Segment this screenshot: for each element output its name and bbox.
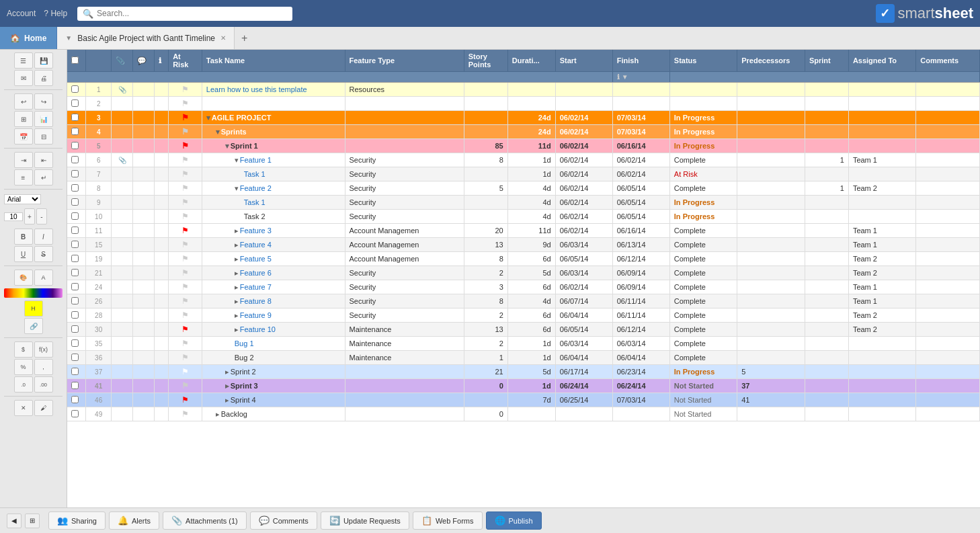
font-size-up-btn[interactable]: + — [24, 208, 35, 224]
task-link[interactable]: Feature 7 — [240, 283, 272, 291]
task-name-cell[interactable]: ▾Sprints — [202, 125, 345, 139]
task-name-cell[interactable]: Task 1 — [202, 167, 345, 181]
email-btn[interactable]: ✉ — [14, 70, 33, 86]
task-name-cell[interactable]: ▸Feature 8 — [202, 294, 345, 309]
task-name-cell[interactable]: ▸Feature 9 — [202, 309, 345, 323]
collapse-icon[interactable]: ▾ — [216, 128, 220, 136]
row-checkbox[interactable] — [67, 196, 86, 210]
outdent-btn[interactable]: ⇤ — [34, 152, 53, 168]
flag-cell[interactable]: ⚑ — [169, 139, 202, 153]
dropdown-icon[interactable]: ▼ — [622, 73, 628, 81]
format-brush-btn[interactable]: 🖌 — [34, 400, 53, 416]
task-link[interactable]: Feature 6 — [240, 269, 272, 277]
row-checkbox[interactable] — [67, 181, 86, 196]
tab-home[interactable]: 🏠 Home — [0, 27, 57, 49]
collapse-icon[interactable]: ▾ — [206, 114, 210, 122]
attachments-button[interactable]: 📎Attachments (1) — [163, 511, 247, 530]
task-link[interactable]: Feature 10 — [240, 325, 276, 333]
row-checkbox[interactable] — [67, 111, 86, 125]
task-link[interactable]: Feature 9 — [240, 311, 272, 319]
flag-cell[interactable]: ⚑ — [169, 153, 202, 167]
expand-icon[interactable]: ▸ — [235, 283, 239, 291]
row-checkbox[interactable] — [67, 393, 86, 407]
formula-btn[interactable]: f(x) — [34, 341, 53, 358]
col-status-header[interactable]: Status — [669, 50, 737, 72]
task-name-cell[interactable]: ▸Feature 7 — [202, 280, 345, 294]
wrap-text-btn[interactable]: ↵ — [34, 169, 53, 186]
expand-icon[interactable]: ▸ — [235, 325, 239, 333]
task-name-cell[interactable]: Learn how to use this template — [202, 83, 345, 97]
flag-cell[interactable]: ⚑ — [169, 252, 202, 266]
row-checkbox[interactable] — [67, 224, 86, 238]
task-name-cell[interactable]: ▸Feature 3 — [202, 224, 345, 238]
task-link[interactable]: Feature 3 — [240, 227, 272, 235]
account-link[interactable]: Account — [7, 9, 36, 18]
bold-btn[interactable]: B — [14, 229, 33, 245]
col-duration-header[interactable]: Durati... — [507, 50, 555, 72]
comments-button[interactable]: 💬Comments — [250, 511, 317, 530]
flag-cell[interactable]: ⚑ — [169, 309, 202, 323]
collapse-icon[interactable]: ▾ — [235, 156, 239, 164]
tab-close-icon[interactable]: ✕ — [220, 34, 226, 42]
col-start-header[interactable]: Start — [555, 50, 612, 72]
task-name-cell[interactable]: Bug 2 — [202, 351, 345, 365]
flag-cell[interactable]: ⚑ — [169, 323, 202, 337]
save-btn[interactable]: 💾 — [34, 52, 53, 69]
color-palette[interactable] — [4, 288, 63, 298]
row-checkbox[interactable] — [67, 97, 86, 111]
expand-icon[interactable]: ▸ — [225, 396, 229, 404]
highlight-btn[interactable]: H — [24, 300, 43, 317]
tab-add-button[interactable]: + — [235, 27, 254, 49]
publish-button[interactable]: 🌐Publish — [486, 511, 542, 530]
task-name-cell[interactable]: ▾AGILE PROJECT — [202, 111, 345, 125]
help-link[interactable]: ? Help — [44, 9, 67, 18]
flag-cell[interactable]: ⚑ — [169, 351, 202, 365]
row-checkbox[interactable] — [67, 280, 86, 294]
task-link[interactable]: Feature 4 — [240, 241, 272, 249]
col-feature-header[interactable]: Feature Type — [345, 50, 464, 72]
grid-container[interactable]: 📎 💬 ℹ AtRisk Task Name Feature Type Stor… — [67, 50, 980, 507]
expand-icon[interactable]: ▸ — [216, 410, 220, 418]
strikethrough-btn[interactable]: S — [34, 246, 53, 262]
expand-icon[interactable]: ▸ — [235, 311, 239, 319]
task-name-cell[interactable]: Task 1 — [202, 196, 345, 210]
flag-cell[interactable]: ⚑ — [169, 238, 202, 252]
task-link[interactable]: Task 1 — [244, 170, 266, 178]
task-name-cell[interactable]: ▸Feature 4 — [202, 238, 345, 252]
flag-cell[interactable]: ⚑ — [169, 196, 202, 210]
task-link[interactable]: Feature 5 — [240, 255, 272, 263]
task-name-cell[interactable]: ▸Feature 5 — [202, 252, 345, 266]
info-icon[interactable]: ℹ — [617, 73, 620, 81]
task-link[interactable]: Feature 8 — [240, 297, 272, 305]
currency-btn[interactable]: $ — [14, 341, 33, 358]
task-name-cell[interactable]: ▾Sprint 1 — [202, 139, 345, 153]
col-finish-header[interactable]: Finish — [612, 50, 669, 72]
flag-cell[interactable]: ⚑ — [169, 280, 202, 294]
percent-btn[interactable]: % — [14, 359, 33, 375]
print-btn[interactable]: 🖨 — [34, 70, 53, 86]
web_forms-button[interactable]: 📋Web Forms — [413, 511, 483, 530]
col-atrisk-header[interactable]: AtRisk — [169, 50, 202, 72]
flag-cell[interactable]: ⚑ — [169, 167, 202, 181]
select-tool-btn[interactable]: ☰ — [14, 52, 33, 69]
collapse-icon[interactable]: ▾ — [235, 184, 239, 192]
flag-cell[interactable]: ⚑ — [169, 210, 202, 224]
italic-btn[interactable]: I — [34, 229, 53, 245]
task-link[interactable]: Feature 2 — [240, 184, 272, 192]
flag-cell[interactable]: ⚑ — [169, 83, 202, 97]
row-checkbox[interactable] — [67, 125, 86, 139]
clear-btn[interactable]: ✕ — [14, 400, 33, 416]
expand-icon[interactable]: ▸ — [235, 297, 239, 305]
row-checkbox[interactable] — [67, 337, 86, 351]
scroll-left-btn[interactable]: ◀ — [7, 514, 22, 528]
task-link[interactable]: Feature 1 — [240, 156, 272, 164]
row-checkbox[interactable] — [67, 167, 86, 181]
text-color-btn[interactable]: A — [34, 270, 53, 286]
gantt-view-btn[interactable]: 📊 — [34, 111, 53, 127]
row-checkbox[interactable] — [67, 309, 86, 323]
col-comments-header[interactable]: Comments — [916, 50, 980, 72]
row-checkbox[interactable] — [67, 238, 86, 252]
expand-icon[interactable]: ▸ — [235, 241, 239, 249]
flag-cell[interactable]: ⚑ — [169, 393, 202, 407]
flag-cell[interactable]: ⚑ — [169, 294, 202, 309]
